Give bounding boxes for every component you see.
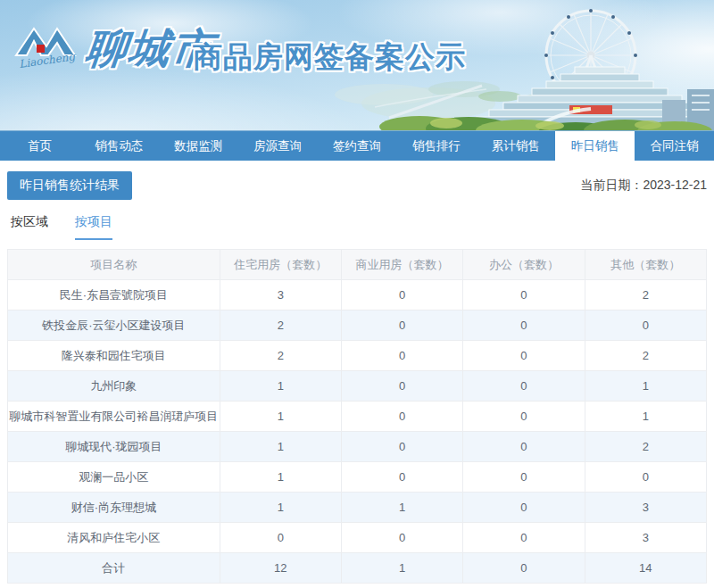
value-cell: 2: [220, 341, 341, 371]
table-header-cell: 办公（套数）: [463, 250, 585, 280]
table-header-row: 项目名称住宅用房（套数）商业用房（套数）办公（套数）其他（套数）: [8, 250, 707, 280]
value-cell: 14: [585, 553, 706, 584]
project-name-cell: 铁投金辰·云玺小区建设项目: [8, 311, 220, 341]
project-name-cell: 隆兴泰和园住宅项目: [8, 341, 220, 371]
nav-item-9[interactable]: 合同注销: [635, 131, 714, 161]
value-cell: 0: [463, 371, 585, 402]
view-tabs: 按区域按项目: [7, 214, 707, 240]
table-row: 财信·尚东理想城1103: [8, 493, 707, 523]
value-cell: 0: [463, 432, 585, 462]
table-row: 聊城现代·珑园项目1002: [8, 432, 707, 462]
table-row: 合计121014: [8, 553, 707, 584]
value-cell: 3: [220, 280, 341, 311]
project-name-cell: 清风和庐住宅小区: [8, 523, 220, 553]
nav-item-6[interactable]: 销售排行: [396, 131, 476, 161]
value-cell: 0: [463, 280, 585, 311]
value-cell: 0: [585, 311, 706, 341]
table-body: 民生·东昌壹號院项目3002铁投金辰·云玺小区建设项目2000隆兴泰和园住宅项目…: [8, 280, 707, 584]
value-cell: 2: [585, 280, 706, 311]
sales-stats-table: 项目名称住宅用房（套数）商业用房（套数）办公（套数）其他（套数） 民生·东昌壹號…: [7, 249, 707, 584]
value-cell: 12: [220, 553, 341, 584]
value-cell: 3: [585, 493, 706, 523]
nav-item-4[interactable]: 房源查询: [238, 131, 318, 161]
main-nav: 首页销售动态数据监测房源查询签约查询销售排行累计销售昨日销售合同注销: [0, 131, 714, 161]
value-cell: 1: [220, 462, 341, 493]
view-tab-1[interactable]: 按区域: [11, 214, 48, 240]
site-header: Liaocheng 聊城市 商品房网签备案公示: [0, 0, 714, 131]
value-cell: 0: [220, 523, 341, 553]
brand: Liaocheng 聊城市 商品房网签备案公示: [0, 0, 571, 131]
value-cell: 0: [341, 341, 462, 371]
value-cell: 1: [220, 371, 341, 402]
value-cell: 2: [220, 311, 341, 341]
value-cell: 0: [341, 462, 462, 493]
table-row: 隆兴泰和园住宅项目2002: [8, 341, 707, 371]
table-header-cell: 项目名称: [8, 250, 220, 280]
project-name-cell: 聊城现代·珑园项目: [8, 432, 220, 462]
value-cell: 1: [341, 493, 462, 523]
value-cell: 3: [585, 523, 706, 553]
table-row: 铁投金辰·云玺小区建设项目2000: [8, 311, 707, 341]
current-date: 当前日期：2023-12-21: [580, 178, 707, 194]
value-cell: 0: [463, 493, 585, 523]
site-title: 商品房网签备案公示: [193, 37, 466, 78]
table-head: 项目名称住宅用房（套数）商业用房（套数）办公（套数）其他（套数）: [8, 250, 707, 280]
value-cell: 0: [341, 311, 462, 341]
nav-item-3[interactable]: 数据监测: [159, 131, 238, 161]
value-cell: 0: [585, 462, 706, 493]
project-name-cell: 民生·东昌壹號院项目: [8, 280, 220, 311]
current-date-value: 2023-12-21: [643, 178, 707, 192]
nav-item-5[interactable]: 签约查询: [318, 131, 397, 161]
value-cell: 0: [341, 280, 462, 311]
value-cell: 1: [220, 432, 341, 462]
value-cell: 0: [463, 523, 585, 553]
view-tab-2[interactable]: 按项目: [75, 214, 112, 240]
section-title-badge: 昨日销售统计结果: [7, 171, 132, 200]
nav-item-8[interactable]: 昨日销售: [555, 131, 635, 161]
table-row: 九州印象1001: [8, 371, 707, 402]
value-cell: 0: [463, 402, 585, 432]
project-name-cell: 聊城市科智置业有限公司裕昌润珺庐项目: [8, 402, 220, 432]
value-cell: 2: [585, 432, 706, 462]
value-cell: 1: [220, 493, 341, 523]
project-name-cell: 观澜一品小区: [8, 462, 220, 493]
value-cell: 0: [341, 432, 462, 462]
value-cell: 0: [463, 311, 585, 341]
value-cell: 0: [463, 553, 585, 584]
nav-item-2[interactable]: 销售动态: [79, 131, 159, 161]
table-header-cell: 其他（套数）: [585, 250, 706, 280]
project-name-cell: 合计: [8, 553, 220, 584]
value-cell: 0: [341, 371, 462, 402]
project-name-cell: 财信·尚东理想城: [8, 493, 220, 523]
table-row: 清风和庐住宅小区0003: [8, 523, 707, 553]
table-row: 观澜一品小区1000: [8, 462, 707, 493]
table-row: 民生·东昌壹號院项目3002: [8, 280, 707, 311]
content: 昨日销售统计结果 当前日期：2023-12-21 按区域按项目 项目名称住宅用房…: [0, 171, 714, 584]
table-header-cell: 商业用房（套数）: [341, 250, 462, 280]
content-head: 昨日销售统计结果 当前日期：2023-12-21: [7, 171, 707, 200]
liaocheng-logo-icon: Liaocheng: [12, 20, 86, 79]
value-cell: 1: [585, 371, 706, 402]
value-cell: 0: [341, 402, 462, 432]
value-cell: 1: [585, 402, 706, 432]
value-cell: 0: [463, 341, 585, 371]
project-name-cell: 九州印象: [8, 371, 220, 402]
value-cell: 1: [341, 553, 462, 584]
nav-item-7[interactable]: 累计销售: [476, 131, 555, 161]
value-cell: 2: [585, 341, 706, 371]
value-cell: 0: [341, 523, 462, 553]
value-cell: 1: [220, 402, 341, 432]
table-row: 聊城市科智置业有限公司裕昌润珺庐项目1001: [8, 402, 707, 432]
current-date-label: 当前日期：: [580, 178, 643, 192]
nav-item-1[interactable]: 首页: [0, 131, 79, 161]
value-cell: 0: [463, 462, 585, 493]
table-header-cell: 住宅用房（套数）: [220, 250, 341, 280]
